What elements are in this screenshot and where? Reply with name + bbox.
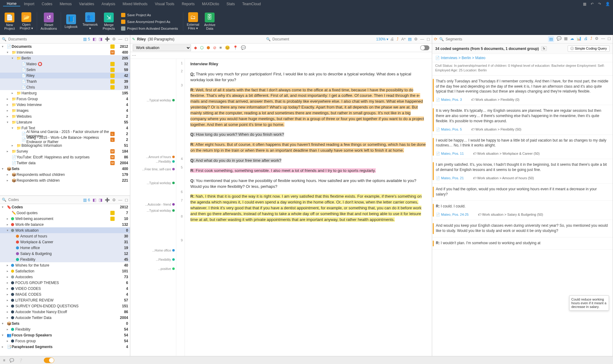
paragraph[interactable]: R: Nah, I think that it is good the way … [190, 194, 426, 222]
segment-item[interactable]: That's only Tuesdays and Thursdays if I … [432, 76, 613, 105]
coding-stripe-label[interactable]: ...Typical workday [147, 209, 175, 212]
tree-item[interactable]: ▸FOCUS GROUP THEMES6 [0, 280, 130, 286]
paragraph[interactable]: Q: And what do you do in your free time … [190, 158, 426, 164]
tree-item[interactable]: ▸Well-being assessment10 [0, 216, 130, 222]
docs-filter-icon[interactable]: ▥ 5 [83, 37, 90, 41]
tree-item[interactable]: ▸📁Images4 [0, 108, 130, 113]
tree-item[interactable]: ▸📁Video Interview4 [0, 102, 130, 108]
save-icon[interactable]: ▦ [583, 2, 586, 6]
paragraph[interactable]: Q: How long do you work? When do you fin… [190, 132, 426, 138]
reset-activations-button[interactable]: ↺ Reset Activations [38, 11, 59, 32]
paragraph[interactable]: R: Well, first of all it starts with the… [190, 87, 426, 128]
tree-item[interactable]: ▸Satisfaction101 [0, 268, 130, 274]
coding-stripe-label[interactable]: ...Flexibility [156, 160, 175, 163]
segment-item[interactable]: R: I wouldn't plan. I'm somehow used to … [432, 237, 613, 250]
project-from-activated-button[interactable]: Project from Activated Documents [120, 26, 179, 31]
segment-item[interactable]: I would be happy… I would be happy to ha… [432, 135, 613, 159]
docs-icon-1[interactable]: ◧ [93, 37, 96, 41]
save-anonymized-button[interactable]: Save Anonymized Project As [120, 19, 172, 25]
emoji-tool[interactable]: 😊 [225, 45, 230, 50]
coding-stripe-label[interactable]: ...positive [158, 267, 175, 271]
tree-item[interactable]: 📄Twitter dataM2004 [0, 160, 130, 166]
gear-icon[interactable]: ⚙ [414, 37, 418, 41]
tree-item[interactable]: ▾📁Literature55 [0, 119, 130, 125]
note-card[interactable]: Could reduce working hours even if it me… [569, 295, 609, 311]
tree-item[interactable]: ▾📁Berlin205 [0, 55, 130, 61]
tree-item[interactable]: ▸IMAGE CODES4 [0, 291, 130, 297]
codes-tree[interactable]: ▾🔖Codes2812✏️Good quotes7▸Well-being ass… [0, 204, 130, 356]
paragraph[interactable]: R: First cook something, something sensi… [190, 168, 426, 174]
menu-mixed[interactable]: Mixed Methods [119, 2, 151, 6]
tree-item[interactable]: Amount of hours30 [0, 233, 130, 239]
seg-cloud-icon[interactable]: ☁ [570, 36, 574, 42]
segment-item[interactable]: And would you keep your English classes … [432, 220, 613, 237]
pin-tool[interactable]: 📍 [233, 45, 238, 50]
minimize-icon[interactable]: — [118, 37, 122, 41]
external-files-button[interactable]: 🗂 External Files ▾ [185, 11, 202, 32]
documents-search-input[interactable] [8, 37, 81, 41]
segments-search-input[interactable] [446, 37, 546, 41]
document-search-input[interactable] [272, 37, 360, 41]
coding-stripe-label[interactable]: ...Free time, self-care [142, 168, 175, 171]
tree-root[interactable]: ▾🔖Codes2812 [0, 204, 130, 210]
menu-icon[interactable]: ≡ [3, 358, 5, 362]
tree-item[interactable]: ▸SURVEY OPEN-ENDED QUESTIONS151 [0, 303, 130, 309]
tree-item[interactable]: ▸LITERATURE REVIEW57 [0, 297, 130, 303]
ai-toggle[interactable] [44, 358, 54, 363]
segments-source[interactable]: 📄 Interviews > Berlin > Mateo [432, 54, 613, 62]
tree-item[interactable]: ▸📁Websites2 [0, 113, 130, 119]
coding-stripe-label[interactable]: ...Typical workday [147, 99, 175, 102]
aa-icon[interactable]: Aᵃ [401, 37, 405, 41]
coding-stripe-label[interactable]: ...Amount of hours [146, 155, 175, 159]
code-tool-1[interactable]: ◆ [194, 45, 197, 50]
print-icon[interactable]: 🖨 [390, 37, 394, 41]
menu-visual[interactable]: Visual Tools [151, 2, 178, 6]
segment-item[interactable]: R: I could. I could.📄 Mateo, Pos. 24-25🏷… [432, 201, 613, 220]
segments-list[interactable]: That's only Tuesdays and Thursdays if I … [432, 76, 613, 356]
tree-root[interactable]: ▾📄Documents2812 [0, 44, 130, 49]
view-icon[interactable]: ▤ [408, 37, 412, 41]
tree-item[interactable]: 📄Wang - 2015 - Work–Life Balance- Hopele… [0, 137, 130, 142]
tree-item[interactable]: ▸📁Bibliographic Information51 [0, 142, 130, 148]
code-tool-3[interactable]: ⬢ [207, 45, 210, 50]
menu-variables[interactable]: Variables [75, 2, 98, 6]
comment-tool[interactable]: 💬 [241, 45, 246, 50]
seg-print-icon[interactable]: 🖨 [584, 36, 588, 42]
tree-item[interactable]: ▸Autocodes73 [0, 274, 130, 280]
docs-icon-2[interactable]: ◨ [99, 37, 102, 41]
maximize-icon[interactable]: ◻ [607, 36, 611, 42]
menu-reports[interactable]: Reports [178, 2, 198, 6]
documents-tree[interactable]: ▾📄Documents2812▾📁InterviewsM400▾📁Berlin2… [0, 44, 130, 195]
open-project-button[interactable]: 📂 Open Project ▾ [17, 11, 35, 32]
minimize-icon[interactable]: — [601, 36, 605, 42]
tree-root[interactable]: ▾📦Sets0 [0, 320, 130, 326]
code-tool-2[interactable]: ⬡ [200, 45, 204, 50]
menu-maxdictio[interactable]: MAXDictio [198, 2, 223, 6]
minimize-icon[interactable]: — [118, 198, 122, 202]
tree-root[interactable]: ▸📑Paraphrased Segments4 [0, 344, 130, 350]
coding-stripe-label[interactable]: ...Autocode - friend [145, 203, 175, 206]
coding-stripe-label[interactable]: ...Flexibility [156, 258, 175, 261]
redo-icon[interactable]: ↷ [598, 2, 601, 6]
tree-item[interactable]: ▸Flexibility54 [0, 326, 130, 332]
tree-item[interactable]: ▸📦Respondents with children221 [0, 177, 130, 183]
maximize-icon[interactable]: ◻ [125, 37, 128, 41]
teamwork-button[interactable]: 👥 Teamwork ▾ [80, 11, 100, 32]
maximize-icon[interactable]: ◻ [427, 37, 430, 41]
tree-item[interactable]: 📄Mateo ⭕32 [0, 61, 130, 67]
seg-view-grid[interactable]: ▦ [564, 36, 568, 42]
tree-item[interactable]: Home office19 [0, 245, 130, 251]
menu-codes[interactable]: Codes [38, 2, 56, 6]
menu-home[interactable]: Home [3, 2, 20, 6]
seg-reset-icon[interactable]: ⟳ [434, 37, 437, 41]
tree-item[interactable]: ▸📁Focus Group4 [0, 96, 130, 102]
menu-import[interactable]: Import [20, 2, 38, 6]
tree-item[interactable]: Salary & Budgeting12 [0, 251, 130, 256]
tree-item[interactable]: Workplace & Career31 [0, 239, 130, 245]
tree-item[interactable]: ▸Autocode Twitter Data2004 [0, 315, 130, 320]
maximize-icon[interactable]: ◻ [125, 198, 128, 202]
tree-item[interactable]: ▸Autocode Youtube Nancy Etcoff86 [0, 309, 130, 315]
tree-item[interactable]: Flexibility45 [0, 256, 130, 262]
export-icon[interactable]: ⤴ [397, 37, 399, 41]
tree-item[interactable]: ✏️Good quotes7 [0, 210, 130, 216]
